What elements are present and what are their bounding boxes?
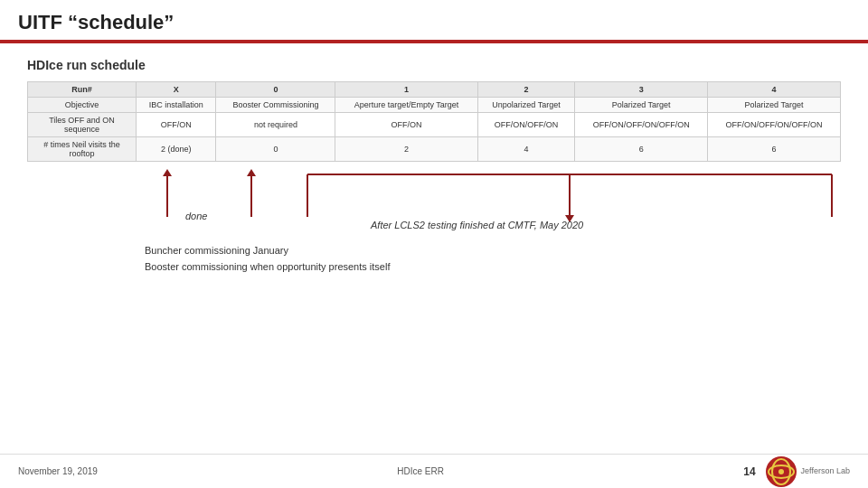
table-cell: not required [216,113,335,137]
table-cell: 6 [575,137,708,162]
table-cell: OFF/ON/OFF/ON/OFF/ON [708,113,841,137]
table-cell: Aperture target/Empty Target [335,98,477,113]
table-cell: OFF/ON/OFF/ON/OFF/ON [575,113,708,137]
after-label: After LCLS2 testing finished at CMTF, Ma… [371,220,583,230]
col-header-4: 4 [708,82,841,98]
col-header-3: 3 [575,82,708,98]
notes-section: Buncher commissioning January Booster co… [27,243,841,275]
table-cell: 6 [708,137,841,162]
table-row: Objective IBC installation Booster Commi… [28,98,841,113]
col-header-1: 1 [335,82,477,98]
table-cell: Unpolarized Target [477,98,575,113]
footer-date: November 19, 2019 [18,466,98,476]
col-header-2: 2 [477,82,575,98]
table-cell: Polarized Target [575,98,708,113]
svg-marker-1 [163,169,172,176]
col-header-label: Run# [28,82,137,98]
table-cell: Polarized Target [708,98,841,113]
svg-point-12 [778,469,784,474]
section-title: HDIce run schedule [27,58,841,72]
main-content: HDIce run schedule Run# X 0 1 2 3 4 Obje… [0,43,868,284]
footer: November 19, 2019 HDIce ERR 14 Jefferson… [0,454,868,488]
row-label: # times Neil visits the rooftop [28,137,137,162]
table-cell: IBC installation [137,98,216,113]
note-2: Booster commissioning when opportunity p… [145,259,841,276]
jlab-logo-text: Jefferson Lab [801,466,850,476]
svg-marker-3 [247,169,256,176]
table-cell: 0 [216,137,335,162]
header: UITF “schedule” [0,0,868,43]
table-cell: 4 [477,137,575,162]
table-cell: OFF/ON [137,113,216,137]
row-label: Objective [28,98,137,113]
table-cell: Booster Commissioning [216,98,335,113]
annotation-area: done After LCLS2 testing finished at CMT… [27,167,841,239]
table-row: # times Neil visits the rooftop 2 (done)… [28,137,841,162]
col-header-x: X [137,82,216,98]
col-header-0: 0 [216,82,335,98]
row-label: Tiles OFF and ON sequence [28,113,137,137]
table-row: Tiles OFF and ON sequence OFF/ON not req… [28,113,841,137]
schedule-table: Run# X 0 1 2 3 4 Objective IBC installat… [27,81,841,162]
table-cell: OFF/ON/OFF/ON [477,113,575,137]
jlab-logo-icon [765,455,797,488]
note-1: Buncher commissioning January [145,243,841,259]
table-cell: 2 (done) [137,137,216,162]
table-cell: 2 [335,137,477,162]
jefferson-lab-logo: Jefferson Lab [765,455,850,488]
table-cell: OFF/ON [335,113,477,137]
footer-page-number: 14 [743,465,755,478]
done-label: done [185,211,207,221]
page-title: UITF “schedule” [18,11,850,34]
footer-presentation-title: HDIce ERR [397,466,444,476]
